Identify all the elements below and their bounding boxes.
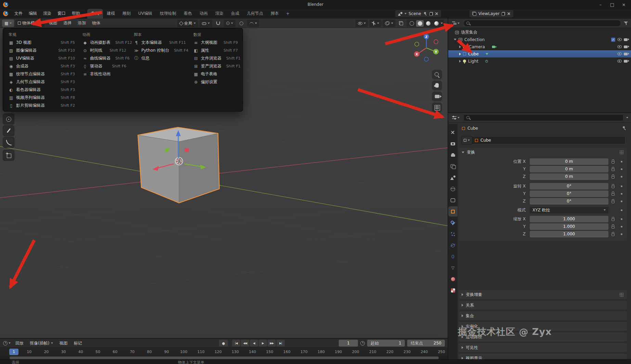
timeline-ruler[interactable]: 1020304050607080901001101201301401501601… <box>0 348 448 356</box>
menubar-menu[interactable]: 渲染 <box>40 10 54 17</box>
properties-tab-output[interactable] <box>448 150 458 160</box>
properties-tab-constraints[interactable] <box>448 251 458 262</box>
disable-in-render-icon[interactable] <box>624 53 628 55</box>
workspace-tab[interactable]: 几何节点 <box>243 9 267 18</box>
timeline-menu[interactable]: 回放 <box>12 339 27 347</box>
timeline-editor-type-button[interactable] <box>2 339 12 347</box>
animate-decorator-icon[interactable] <box>621 161 622 162</box>
disable-in-render-icon[interactable] <box>624 46 628 48</box>
editor-menu-item[interactable]: 曲线编辑器 Shift F6 <box>79 54 129 62</box>
properties-search-input[interactable] <box>472 115 620 120</box>
shading-rendered-button[interactable] <box>433 20 440 27</box>
menubar-menu[interactable]: 帮助 <box>69 10 83 17</box>
properties-tab-material[interactable] <box>448 274 458 284</box>
snap-magnet-toggle[interactable] <box>214 20 222 27</box>
rotation-field[interactable]: 0° <box>530 198 608 205</box>
pin-icon[interactable] <box>423 12 427 16</box>
viewport-menu[interactable]: 添加 <box>75 20 89 27</box>
maximize-button[interactable]: □ <box>607 1 617 8</box>
scene-selector[interactable]: Scene <box>395 10 441 17</box>
snap-target-dropdown[interactable] <box>224 20 235 27</box>
outliner-row-camera[interactable]: Camera <box>448 43 631 50</box>
clock-icon[interactable] <box>360 341 365 346</box>
location-field[interactable]: 0 m <box>530 158 608 165</box>
location-field[interactable]: 0 m <box>530 166 608 172</box>
editor-menu-item[interactable]: 图像编辑器 Shift F10 <box>5 47 77 54</box>
hide-in-viewport-icon[interactable] <box>617 38 622 41</box>
viewlayer-selector[interactable]: ViewLayer <box>469 10 513 17</box>
properties-tab-world[interactable] <box>448 184 458 194</box>
gizmo-minus-x-ball[interactable] <box>434 40 438 44</box>
remove-viewlayer-icon[interactable] <box>507 12 511 15</box>
animate-decorator-icon[interactable] <box>621 168 622 170</box>
falloff-dropdown[interactable] <box>247 20 259 27</box>
lock-icon[interactable] <box>611 193 615 196</box>
rotation-field[interactable]: 0° <box>530 191 608 197</box>
lock-icon[interactable] <box>611 219 615 221</box>
location-field[interactable]: 0 m <box>530 173 608 180</box>
properties-tab-tool[interactable] <box>448 127 458 138</box>
object-selector-button[interactable] <box>461 136 472 144</box>
overlays-dropdown[interactable] <box>383 20 396 27</box>
jump-to-end-button[interactable]: ▶| <box>276 340 285 347</box>
editor-menu-item[interactable]: 影片剪辑编辑器 Shift F2 <box>5 102 77 109</box>
properties-tab-object[interactable] <box>448 206 458 217</box>
jump-to-start-button[interactable]: |◀ <box>232 340 240 347</box>
tool-annotate-button[interactable] <box>3 125 14 136</box>
animate-decorator-icon[interactable] <box>621 200 622 202</box>
collection-checkbox[interactable]: ✓ <box>611 38 615 42</box>
workspace-tab[interactable]: 雕刻 <box>119 9 134 18</box>
snap-pivot-dropdown[interactable] <box>199 20 212 27</box>
outliner-row-cube[interactable]: Cube <box>448 50 631 57</box>
lock-icon[interactable] <box>611 201 615 203</box>
new-viewlayer-icon[interactable] <box>502 12 505 16</box>
play-button[interactable]: ▶ <box>259 340 267 347</box>
tool-add-cube-button[interactable] <box>3 150 14 161</box>
gizmo-minus-y-ball[interactable] <box>415 42 419 46</box>
tool-cursor-button[interactable] <box>3 114 14 125</box>
viewport-menu[interactable]: 视图 <box>46 20 60 27</box>
editor-menu-item[interactable]: 时间线 Shift F12 <box>79 47 129 54</box>
gizmo-minus-z-ball[interactable] <box>424 57 428 61</box>
lock-icon[interactable] <box>611 161 615 164</box>
editor-menu-item[interactable]: Python 控制台 Shift F4 <box>131 47 188 54</box>
workspace-tab[interactable]: UV编辑 <box>134 9 156 18</box>
outliner-row-scene-collection[interactable]: 场景集合 <box>448 29 631 36</box>
expand-caret-icon[interactable] <box>459 46 461 48</box>
unlink-scene-icon[interactable] <box>435 12 438 15</box>
lock-icon[interactable] <box>611 176 615 179</box>
outliner-row-collection[interactable]: Collection ✓ <box>448 36 631 43</box>
workspace-tab[interactable]: 动画 <box>196 9 211 18</box>
pin-id-icon[interactable] <box>622 126 626 130</box>
new-scene-icon[interactable] <box>429 12 433 16</box>
frame-start-field[interactable]: 起始 1 <box>367 340 405 347</box>
hide-in-viewport-icon[interactable] <box>617 52 622 55</box>
editor-menu-item[interactable]: 文件浏览器 Shift F1 <box>190 54 240 62</box>
camera-view-button[interactable] <box>432 92 442 101</box>
current-frame-indicator[interactable]: 1 <box>9 349 18 355</box>
current-frame-field[interactable]: 1 <box>339 340 358 347</box>
editor-menu-item[interactable]: 属性 Shift F7 <box>190 47 240 54</box>
shading-wireframe-button[interactable] <box>408 20 415 27</box>
outliner-search[interactable] <box>463 20 621 27</box>
properties-section[interactable]: 视图显示 <box>459 354 627 359</box>
menubar-menu[interactable]: 文件 <box>11 10 26 17</box>
minimize-button[interactable]: – <box>595 1 606 8</box>
editor-menu-item[interactable]: 非线性动画 <box>79 70 129 78</box>
outliner-editor-type-button[interactable] <box>451 20 461 27</box>
editor-menu-item[interactable]: 信息 <box>131 54 188 62</box>
viewport-menu[interactable]: 物体 <box>89 20 103 27</box>
timeline-menu[interactable]: 抠像(插帧) <box>27 339 56 347</box>
workspace-tab[interactable]: 脚本 <box>267 9 283 18</box>
shading-solid-button[interactable] <box>416 20 424 27</box>
object-name-field[interactable]: Cube <box>472 136 626 144</box>
disable-in-render-icon[interactable] <box>624 60 628 63</box>
menubar-menu[interactable]: 编辑 <box>26 10 40 17</box>
animate-decorator-icon[interactable] <box>621 209 622 211</box>
editor-type-button[interactable] <box>2 20 14 27</box>
mode-dropdown[interactable]: 物体模式 <box>15 20 44 27</box>
lock-icon[interactable] <box>611 169 615 171</box>
editor-menu-item[interactable]: 偏好设置 <box>190 78 240 86</box>
navigation-gizmo[interactable]: Z X Y <box>411 32 442 64</box>
editor-menu-item[interactable]: 3D 视图 Shift F5 <box>5 39 77 47</box>
